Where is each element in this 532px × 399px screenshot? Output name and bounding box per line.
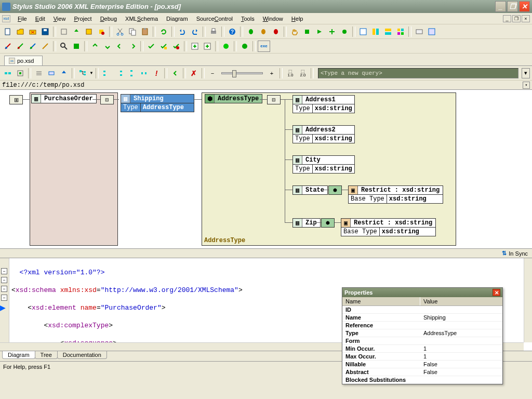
fold-minus-icon[interactable]: − (1, 277, 7, 283)
sc-b[interactable] (15, 68, 26, 79)
help-button[interactable]: ? (227, 26, 238, 37)
plus-a[interactable] (189, 41, 201, 52)
run-b[interactable] (239, 41, 250, 52)
menu-diagram[interactable]: Diagram (162, 15, 192, 23)
dbg-d[interactable] (339, 26, 350, 37)
sc-d[interactable] (46, 68, 57, 79)
ct-sequence-compositor[interactable]: ⊟ (267, 95, 281, 104)
open-button[interactable] (15, 26, 26, 37)
property-row[interactable]: AbstractFalse (342, 368, 502, 376)
properties-titlebar[interactable]: Properties ✕ (342, 288, 502, 297)
st-c[interactable] (27, 41, 38, 52)
exe-button[interactable]: exe (258, 41, 270, 52)
menu-project[interactable]: Project (70, 15, 96, 23)
bug1[interactable] (245, 26, 257, 37)
close-button[interactable]: ✕ (519, 1, 530, 12)
state-type-icon[interactable]: ⬢ (328, 185, 342, 195)
diagram-area[interactable]: ⊞ ▦ PurchaseOrder ⊟ ▦ Shipping Type Addr… (0, 90, 532, 249)
tab-documentation[interactable]: Documentation (57, 351, 107, 359)
code-scroll-v[interactable] (524, 258, 532, 342)
mdi-restore[interactable]: ❐ (512, 15, 521, 22)
sc-delete[interactable]: ✗ (188, 68, 200, 79)
tab-tree[interactable]: Tree (35, 351, 58, 359)
print-button[interactable] (208, 26, 219, 37)
menu-view[interactable]: View (49, 15, 70, 23)
query-input[interactable]: <Type a new query> (318, 68, 518, 78)
st-a[interactable] (2, 41, 14, 52)
dbg-c[interactable] (326, 26, 338, 37)
sc-scale2[interactable]: ⬚2.0 (297, 68, 309, 79)
property-row[interactable]: Min Occur.1 (342, 345, 502, 353)
properties-panel[interactable]: Properties ✕ Name Value IDNameShippingRe… (342, 287, 503, 384)
st-h[interactable] (114, 41, 126, 52)
menu-window[interactable]: Window (259, 15, 287, 23)
property-row[interactable]: NameShipping (342, 314, 502, 322)
sc-h[interactable] (113, 68, 125, 79)
dbg-a[interactable] (301, 26, 313, 37)
win-c[interactable] (382, 26, 394, 37)
node-state-restrict[interactable]: ▣Restrict : xsd:string (348, 185, 443, 195)
save-button[interactable] (39, 26, 51, 37)
st-e[interactable] (71, 41, 82, 52)
sc-e[interactable] (58, 68, 70, 79)
tb-b[interactable] (71, 26, 82, 37)
property-row[interactable]: Form (342, 337, 502, 345)
sc-exclaim[interactable]: ! (151, 68, 162, 79)
property-row[interactable]: TypeAddressType (342, 329, 502, 337)
mdi-minimize[interactable]: _ (503, 15, 511, 22)
property-row[interactable]: Blocked Substitutions (342, 376, 502, 384)
find-button[interactable] (58, 41, 70, 52)
node-address1[interactable]: ▦Address1 (292, 95, 355, 104)
redo-button[interactable] (189, 26, 201, 37)
dbg-b[interactable] (314, 26, 325, 37)
fold-minus-icon[interactable]: − (1, 295, 7, 301)
win-f[interactable] (426, 26, 437, 37)
new-button[interactable] (2, 26, 14, 37)
node-state[interactable]: ▦State (292, 185, 328, 195)
node-zip[interactable]: ▦Zip (292, 218, 321, 228)
mdi-close[interactable]: × (522, 15, 530, 22)
zoom-in[interactable]: + (266, 68, 277, 79)
cut-button[interactable] (114, 26, 126, 37)
zip-type-icon[interactable]: ⬢ (321, 218, 335, 228)
check-b[interactable] (158, 41, 169, 52)
minimize-button[interactable]: _ (495, 1, 506, 12)
sc-i[interactable] (126, 68, 137, 79)
st-d[interactable] (39, 41, 51, 52)
property-row[interactable]: Max Occur.1 (342, 353, 502, 361)
check-a[interactable] (145, 41, 157, 52)
node-purchaseorder[interactable]: ▦ PurchaseOrder (31, 94, 97, 103)
node-addresstype[interactable]: ⬢ AddressType (205, 94, 262, 103)
menu-debug[interactable]: Debug (96, 15, 121, 23)
menu-help[interactable]: Help (287, 15, 308, 23)
property-row[interactable]: Reference (342, 322, 502, 329)
close-doc-button[interactable] (27, 26, 38, 37)
menu-edit[interactable]: Edit (31, 15, 49, 23)
plus-b[interactable] (202, 41, 213, 52)
node-shipping[interactable]: ▦ Shipping (121, 94, 194, 103)
sc-j[interactable] (138, 68, 150, 79)
check-c[interactable] (170, 41, 182, 52)
st-b[interactable] (15, 41, 26, 52)
path-dropdown[interactable]: ▾ (523, 82, 530, 89)
undo-button[interactable] (177, 26, 188, 37)
doc-tab-poxsd[interactable]: xs po.xsd (4, 56, 43, 65)
maximize-button[interactable]: ❐ (507, 1, 518, 12)
node-address2[interactable]: ▦Address2 (292, 125, 355, 135)
sc-g[interactable] (101, 68, 112, 79)
st-f[interactable] (89, 41, 101, 52)
run-a[interactable] (220, 41, 232, 52)
tb-c[interactable] (83, 26, 95, 37)
sc-c[interactable] (33, 68, 45, 79)
st-i[interactable] (127, 41, 138, 52)
property-row[interactable]: NillableFalse (342, 361, 502, 368)
sc-scale1[interactable]: ⬚1.0 (285, 68, 296, 79)
tb-d[interactable] (96, 26, 107, 37)
sequence-compositor[interactable]: ⊟ (100, 95, 114, 104)
menu-file[interactable]: File (14, 15, 31, 23)
fold-minus-icon[interactable]: − (1, 286, 7, 292)
sc-prev[interactable] (169, 68, 181, 79)
sc-f[interactable] (77, 68, 88, 79)
st-g[interactable] (102, 41, 113, 52)
sc-a[interactable] (2, 68, 14, 79)
